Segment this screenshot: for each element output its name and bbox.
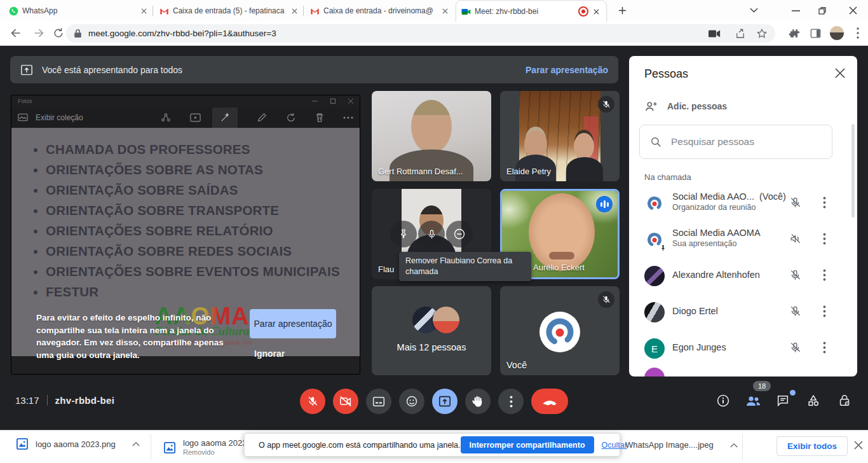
- activities-button[interactable]: [806, 394, 820, 408]
- search-people-input[interactable]: [670, 135, 822, 148]
- slideshow-icon[interactable]: [190, 113, 201, 122]
- participant-avatar: [644, 193, 665, 214]
- search-icon: [650, 136, 662, 148]
- remove-participant-button[interactable]: [446, 221, 473, 247]
- people-panel-button[interactable]: [745, 394, 761, 408]
- present-button[interactable]: [432, 389, 458, 414]
- chat-panel-button[interactable]: [776, 394, 790, 408]
- chevron-up-icon[interactable]: [132, 441, 140, 446]
- tab-close-icon[interactable]: [591, 6, 601, 17]
- camera-off-icon: [339, 396, 352, 407]
- download-item-3[interactable]: WhatsApp Image....jpeg: [625, 440, 738, 450]
- host-controls-button[interactable]: [837, 394, 851, 408]
- more-photos-icon[interactable]: [343, 116, 353, 119]
- new-tab-button[interactable]: [618, 6, 627, 15]
- participant-name: Gert Rottmann Desaf...: [378, 167, 463, 176]
- window-minimize-button[interactable]: [792, 10, 800, 11]
- video-tile-gert[interactable]: Gert Rottmann Desaf...: [372, 91, 491, 181]
- window-restore-button[interactable]: [818, 7, 826, 15]
- reload-button[interactable]: [52, 27, 65, 39]
- photos-minimize-icon[interactable]: [312, 100, 318, 102]
- divider: [151, 434, 151, 460]
- rotate-icon[interactable]: [286, 113, 296, 123]
- edit-icon[interactable]: [257, 113, 267, 123]
- tab-close-icon[interactable]: [289, 6, 299, 16]
- share-page-icon[interactable]: [735, 28, 746, 39]
- mic-toggle-button[interactable]: [300, 389, 325, 414]
- window-close-button[interactable]: [849, 6, 857, 15]
- back-button[interactable]: [9, 26, 23, 40]
- participant-more-icon[interactable]: [823, 342, 826, 354]
- chevron-up-icon[interactable]: [730, 443, 738, 448]
- show-all-downloads-button[interactable]: Exibir todos: [776, 436, 848, 456]
- tab-meet-active[interactable]: Meet: zhv-rbbd-bei: [456, 0, 607, 22]
- tab-close-icon[interactable]: [440, 6, 450, 16]
- reactions-button[interactable]: [399, 389, 424, 414]
- video-tile-self[interactable]: Você: [500, 286, 620, 375]
- browser-menu-icon[interactable]: [853, 27, 863, 39]
- download-item-2[interactable]: logo aaoma 2023 Removido: [164, 438, 247, 457]
- enhance-button[interactable]: [212, 107, 238, 128]
- tab-gmail-2[interactable]: Caixa de entrada - driveinoma@: [305, 0, 455, 22]
- participant-row[interactable]: Alexandre Altenhofen: [629, 258, 857, 294]
- tab-gmail-1[interactable]: Caixa de entrada (5) - fepatinaca: [154, 0, 304, 22]
- collection-label[interactable]: Exibir coleção: [36, 113, 83, 122]
- delete-icon[interactable]: [315, 113, 324, 123]
- mute-participant-button[interactable]: [418, 221, 445, 247]
- camera-in-use-icon[interactable]: [709, 29, 721, 38]
- tab-close-icon[interactable]: [139, 6, 149, 16]
- bullet-item: ORIENTAÇÃO SOBRE SAÍDAS: [46, 180, 360, 200]
- more-icon: [510, 396, 513, 408]
- forward-button[interactable]: [32, 26, 46, 40]
- participant-row[interactable]: Social Media AAO... (Você) Organizador d…: [629, 186, 857, 221]
- participant-name: Você: [506, 360, 527, 370]
- download-item-1[interactable]: logo aaoma 2023.png: [17, 438, 140, 450]
- image-file-icon: [164, 442, 175, 453]
- more-options-button[interactable]: [498, 389, 524, 414]
- pin-icon: [398, 228, 409, 240]
- tab-separator: [303, 6, 304, 16]
- participant-more-icon[interactable]: [823, 197, 826, 209]
- photos-maximize-icon[interactable]: [330, 99, 336, 104]
- stop-presenting-link[interactable]: Parar apresentação: [526, 65, 608, 75]
- ignore-button[interactable]: Ignorar: [254, 349, 285, 359]
- participant-more-icon[interactable]: [823, 305, 826, 317]
- hide-notification-link[interactable]: Ocultar: [602, 441, 627, 450]
- video-tile-overflow[interactable]: Mais 12 pessoas: [372, 286, 491, 375]
- raise-hand-button[interactable]: [465, 389, 491, 414]
- extensions-icon[interactable]: [788, 27, 800, 39]
- side-panel-icon[interactable]: [810, 27, 822, 39]
- tab-whatsapp[interactable]: WhatsApp: [4, 0, 154, 22]
- overflow-count-label: Mais 12 pessoas: [372, 342, 491, 352]
- participant-more-icon[interactable]: [823, 233, 826, 245]
- panel-close-icon[interactable]: [834, 67, 846, 79]
- bookmark-star-icon[interactable]: [756, 28, 768, 39]
- end-call-button[interactable]: [531, 389, 568, 414]
- bullet-item: ORIENTAÇÃO SOBRE TRANSPORTE: [46, 200, 360, 221]
- end-call-icon: [542, 398, 557, 405]
- downloads-bar-close-icon[interactable]: [854, 441, 863, 450]
- camera-toggle-button[interactable]: [333, 389, 358, 414]
- video-tile-elaide[interactable]: Elaide Petry: [500, 91, 620, 181]
- participant-row[interactable]: Diogo Ertel: [629, 294, 857, 330]
- photos-close-icon[interactable]: [348, 99, 353, 104]
- gmail-icon: [159, 7, 169, 15]
- participant-row[interactable]: E Egon Junges: [629, 331, 857, 366]
- captions-button[interactable]: [366, 389, 391, 414]
- stop-sharing-button[interactable]: Interromper compartilhamento: [461, 436, 594, 453]
- participant-more-icon[interactable]: [823, 269, 826, 281]
- meeting-details-button[interactable]: [716, 394, 730, 408]
- stop-presenting-button[interactable]: Parar apresentação: [250, 309, 336, 338]
- share-photo-icon[interactable]: [161, 113, 171, 123]
- pin-participant-button[interactable]: [390, 221, 417, 247]
- participant-name: Egon Junges: [672, 342, 726, 352]
- speaking-indicator-icon: [596, 196, 613, 212]
- add-people-button[interactable]: Adic. pessoas: [644, 100, 727, 112]
- participant-row[interactable]: Social Media AAOMA Sua apresentação: [629, 222, 857, 258]
- search-people-box[interactable]: [639, 125, 832, 159]
- tab-title: Meet: zhv-rbbd-bei: [475, 7, 574, 16]
- profile-avatar[interactable]: [830, 26, 844, 40]
- browser-tab-strip: WhatsApp Caixa de entrada (5) - fepatina…: [0, 0, 868, 22]
- tab-search-chevron-icon[interactable]: [750, 8, 758, 13]
- address-bar[interactable]: meet.google.com/zhv-rbbd-bei?pli=1&authu…: [66, 24, 775, 43]
